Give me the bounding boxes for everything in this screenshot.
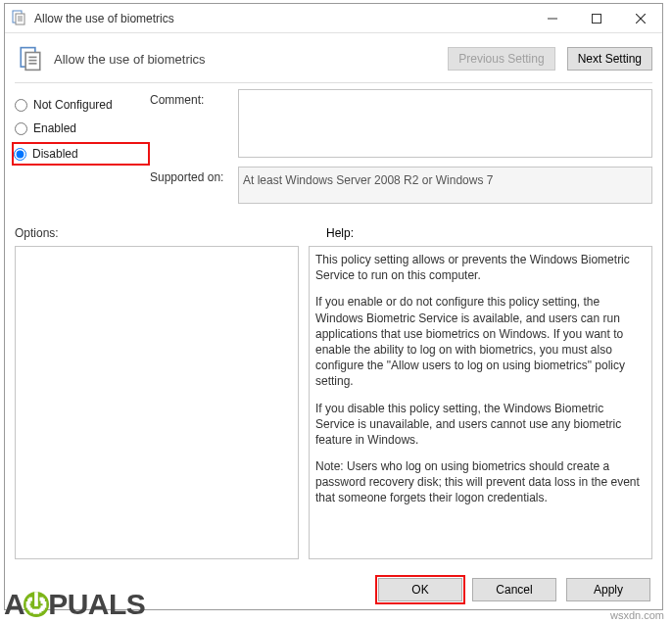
state-radios: Not Configured Enabled Disabled — [15, 89, 150, 213]
disabled-highlight: Disabled — [12, 142, 150, 166]
logo-pre: A — [4, 588, 24, 621]
radio-enabled[interactable]: Enabled — [15, 117, 150, 140]
help-p1: This policy setting allows or prevents t… — [315, 252, 646, 283]
svg-rect-6 — [592, 14, 600, 23]
watermark: wsxdn.com — [610, 609, 664, 621]
nav-buttons: Previous Setting Next Setting — [448, 47, 652, 71]
close-button[interactable] — [618, 4, 662, 32]
radio-enabled-input[interactable] — [15, 122, 27, 135]
lower-section: This policy setting allows or prevents t… — [5, 246, 662, 559]
header-title: Allow the use of biometrics — [54, 52, 448, 67]
radio-disabled[interactable]: Disabled — [14, 147, 113, 161]
mid-labels: Options: Help: — [5, 213, 662, 246]
policy-large-icon — [15, 43, 46, 74]
options-panel[interactable] — [15, 246, 299, 559]
window-title: Allow the use of biometrics — [34, 12, 530, 25]
minimize-button[interactable] — [530, 4, 574, 32]
divider — [15, 82, 652, 83]
radio-not-configured-input[interactable] — [15, 99, 27, 112]
radio-not-configured-label: Not Configured — [33, 98, 113, 112]
radio-not-configured[interactable]: Not Configured — [15, 93, 150, 117]
help-p3: If you disable this policy setting, the … — [315, 401, 646, 449]
previous-setting-button[interactable]: Previous Setting — [448, 47, 554, 71]
policy-icon — [11, 10, 28, 27]
supported-label: Supported on: — [150, 167, 228, 184]
supported-input — [238, 167, 652, 204]
maximize-button[interactable] — [574, 4, 618, 32]
header: Allow the use of biometrics Previous Set… — [5, 33, 662, 78]
options-label: Options: — [15, 226, 326, 240]
radio-enabled-label: Enabled — [33, 121, 76, 135]
logo-post: PUALS — [48, 588, 145, 621]
help-p2: If you enable or do not configure this p… — [315, 294, 646, 389]
titlebar: Allow the use of biometrics — [5, 4, 662, 33]
comment-input[interactable] — [238, 89, 652, 158]
cancel-button[interactable]: Cancel — [472, 578, 556, 601]
apply-button[interactable]: Apply — [566, 578, 650, 601]
help-label: Help: — [326, 226, 354, 240]
ok-button[interactable]: OK — [378, 578, 462, 601]
power-icon: ⏻ — [24, 592, 49, 617]
comment-row: Comment: — [150, 89, 652, 161]
footer-buttons: OK Cancel Apply — [378, 578, 650, 601]
dialog-window: Allow the use of biometrics Allow the us… — [4, 3, 663, 610]
help-p4: Note: Users who log on using biometrics … — [315, 458, 646, 506]
next-setting-button[interactable]: Next Setting — [567, 47, 652, 71]
radio-disabled-label: Disabled — [32, 147, 78, 161]
comment-label: Comment: — [150, 89, 228, 107]
upper-section: Not Configured Enabled Disabled Comment: — [5, 89, 662, 213]
fields-column: Comment: Supported on: — [150, 89, 652, 213]
brand-logo: A ⏻ PUALS — [4, 588, 145, 621]
supported-row: Supported on: — [150, 167, 652, 207]
help-panel[interactable]: This policy setting allows or prevents t… — [309, 246, 652, 559]
radio-disabled-input[interactable] — [14, 148, 26, 161]
